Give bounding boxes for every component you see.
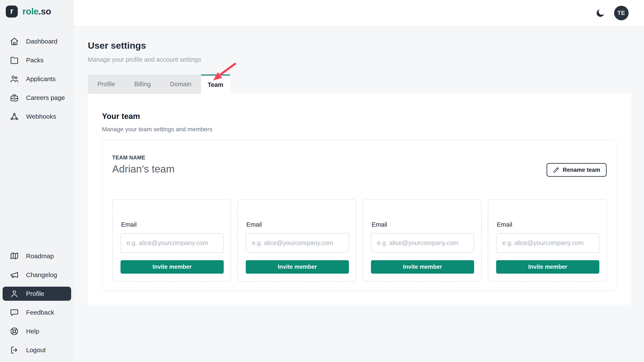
invite-cards-row: Email Invite member Email Invite member … (112, 199, 607, 282)
sidebar-item-packs[interactable]: Packs (2, 51, 72, 70)
users-icon (10, 74, 19, 83)
sidebar-item-applicants[interactable]: Applicants (2, 70, 72, 88)
email-input[interactable] (120, 233, 224, 253)
sidebar-item-dashboard[interactable]: Dashboard (2, 32, 72, 51)
sidebar-item-label: Profile (26, 290, 44, 297)
email-input[interactable] (371, 233, 474, 253)
dark-mode-toggle[interactable] (595, 8, 606, 18)
team-tab-panel: Your team Manage your team settings and … (88, 94, 632, 305)
sidebar-item-label: Packs (26, 57, 44, 64)
invite-member-button[interactable]: Invite member (120, 260, 224, 274)
sidebar-item-label: Changelog (26, 271, 57, 279)
sidebar-item-label: Dashboard (26, 38, 58, 45)
brand-name-suffix: .so (38, 6, 51, 16)
sidebar-item-profile[interactable]: Profile (2, 287, 71, 301)
email-input[interactable] (246, 233, 349, 253)
sidebar-item-label: Feedback (26, 309, 54, 316)
tab-profile[interactable]: Profile (88, 74, 124, 94)
rename-team-label: Rename team (562, 167, 600, 173)
sidebar-footer-nav: Roadmap Changelog Profile Feedback Help (2, 247, 72, 360)
invite-member-card: Email Invite member (112, 199, 231, 282)
tab-team[interactable]: Team (201, 74, 230, 94)
sidebar-item-label: Applicants (26, 75, 56, 83)
logout-icon (10, 346, 19, 355)
sidebar-item-help[interactable]: Help (2, 322, 72, 341)
team-name-label: TEAM NAME (112, 155, 145, 161)
sidebar-item-label: Roadmap (26, 252, 54, 260)
sidebar-main-nav: Dashboard Packs Applicants Careers page … (2, 32, 72, 126)
sidebar-item-roadmap[interactable]: Roadmap (2, 247, 72, 266)
sidebar-item-changelog[interactable]: Changelog (2, 266, 72, 284)
webhook-icon (10, 112, 19, 121)
sidebar-item-logout[interactable]: Logout (2, 341, 72, 360)
email-label: Email (372, 221, 387, 228)
sidebar-item-label: Help (26, 328, 39, 335)
moon-icon (595, 8, 606, 18)
brand-logo-mark: r (6, 5, 18, 17)
page-title: User settings (88, 40, 146, 51)
megaphone-icon (10, 270, 19, 279)
user-icon (10, 289, 19, 298)
email-label: Email (246, 221, 262, 228)
sidebar-item-label: Webhooks (26, 113, 56, 120)
invite-member-button[interactable]: Invite member (496, 260, 599, 274)
invite-member-card: Email Invite member (362, 199, 482, 282)
home-icon (10, 37, 19, 46)
email-label: Email (497, 221, 512, 228)
sidebar: r role.so Dashboard Packs Applicants (0, 0, 74, 362)
tabs-inactive-group: Profile Billing Domain (88, 74, 201, 94)
sidebar-item-webhooks[interactable]: Webhooks (2, 107, 72, 126)
sidebar-item-label: Logout (26, 347, 46, 354)
briefcase-icon (10, 93, 19, 102)
sidebar-divider (3, 26, 70, 27)
email-label: Email (121, 221, 137, 228)
team-section-heading: Your team (102, 112, 140, 121)
email-input[interactable] (496, 233, 599, 253)
tab-domain[interactable]: Domain (160, 74, 201, 94)
page-subtitle: Manage your profile and account settings (88, 56, 201, 63)
chat-icon (10, 308, 19, 317)
pencil-icon (553, 167, 560, 173)
invite-member-button[interactable]: Invite member (246, 260, 349, 274)
tab-billing[interactable]: Billing (124, 74, 160, 94)
main-content: User settings Manage your profile and ac… (74, 27, 644, 362)
avatar[interactable]: TE (614, 6, 628, 20)
brand-name-primary: role (22, 6, 38, 16)
topbar: TE (74, 0, 644, 27)
rename-team-button[interactable]: Rename team (546, 163, 606, 177)
invite-member-card: Email Invite member (488, 199, 607, 282)
team-name-value: Adrian's team (112, 163, 174, 175)
lifebuoy-icon (10, 327, 19, 336)
sidebar-item-label: Careers page (26, 94, 65, 101)
sidebar-item-feedback[interactable]: Feedback (2, 303, 72, 322)
team-section-subheading: Manage your team settings and members (102, 126, 212, 133)
invite-member-card: Email Invite member (238, 199, 356, 282)
settings-tabs: Profile Billing Domain Team (88, 74, 230, 94)
sidebar-item-careers-page[interactable]: Careers page (2, 88, 72, 107)
invite-member-button[interactable]: Invite member (371, 260, 474, 274)
brand-wordmark: role.so (22, 6, 51, 17)
sidebar-divider (3, 243, 70, 243)
team-card: TEAM NAME Adrian's team Rename team Emai… (102, 140, 618, 291)
map-icon (10, 252, 19, 261)
brand-logo[interactable]: r role.so (6, 5, 51, 17)
folder-icon (10, 56, 19, 65)
